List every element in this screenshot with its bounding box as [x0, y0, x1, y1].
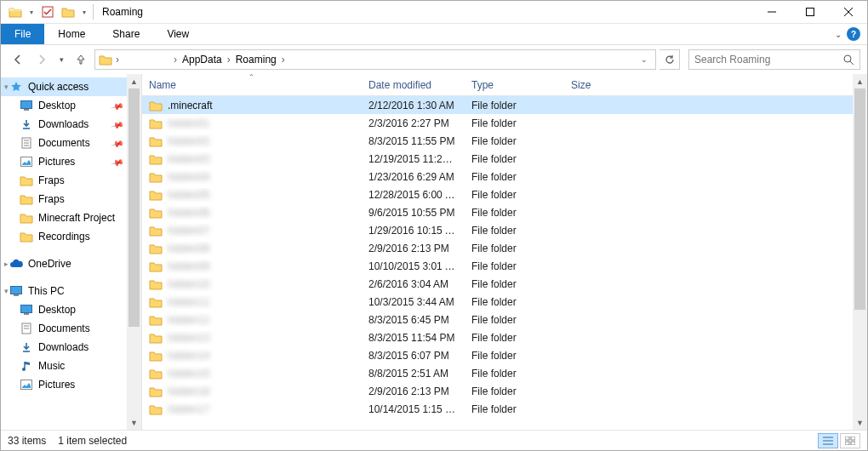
column-name[interactable]: ⌃ Name [142, 74, 362, 95]
table-row[interactable]: hidden148/3/2015 6:07 PMFile folder [142, 346, 853, 364]
up-button[interactable] [71, 49, 91, 70]
chevron-right-icon[interactable]: › [114, 54, 121, 66]
table-row[interactable]: hidden102/6/2016 3:04 AMFile folder [142, 275, 853, 293]
back-button[interactable] [8, 49, 28, 70]
scroll-down-icon[interactable]: ▼ [127, 415, 141, 430]
sidebar-pc-downloads[interactable]: Downloads [1, 338, 128, 357]
search-placeholder: Search Roaming [694, 54, 770, 66]
sidebar-quick-access[interactable]: ▾ Quick access [1, 77, 128, 96]
file-name: hidden07 [168, 225, 209, 237]
new-folder-icon[interactable] [59, 3, 77, 21]
sidebar-this-pc[interactable]: ▾ This PC [1, 282, 128, 300]
file-date: 8/3/2015 6:07 PM [362, 350, 465, 362]
file-name: .minecraft [168, 100, 213, 111]
table-row[interactable]: hidden128/3/2015 6:45 PMFile folder [142, 311, 853, 328]
file-date: 10/14/2015 1:15 PM [362, 403, 465, 415]
search-input[interactable]: Search Roaming [688, 49, 860, 70]
sidebar-recordings[interactable]: Recordings [1, 227, 128, 246]
scroll-up-icon[interactable]: ▲ [127, 74, 141, 88]
address-dropdown-icon[interactable]: ⌄ [635, 50, 654, 69]
table-row[interactable]: hidden028/3/2015 11:55 PMFile folder [142, 132, 853, 150]
file-date: 2/12/2016 1:30 AM [362, 100, 465, 111]
table-row[interactable]: hidden071/29/2016 10:15 AMFile folder [142, 221, 853, 239]
table-row[interactable]: hidden138/3/2015 11:54 PMFile folder [142, 328, 853, 346]
sidebar-desktop[interactable]: Desktop 📌 [1, 96, 128, 115]
sidebar-minecraft-project[interactable]: Minecraft Project [1, 208, 128, 227]
properties-icon[interactable] [38, 3, 57, 21]
scrollbar-track[interactable] [853, 88, 867, 415]
sidebar-scrollbar[interactable]: ▲ ▼ [127, 74, 141, 430]
forward-button[interactable] [31, 49, 52, 70]
sidebar-fraps-2[interactable]: Fraps [1, 190, 128, 208]
thumbnails-view-button[interactable] [840, 433, 860, 448]
details-view-button[interactable] [818, 433, 838, 448]
table-row[interactable]: hidden162/9/2016 2:13 PMFile folder [142, 382, 853, 400]
close-button[interactable] [829, 1, 867, 24]
recent-locations-button[interactable]: ▾ [55, 49, 67, 70]
tab-home[interactable]: Home [44, 24, 99, 44]
table-row[interactable]: hidden0312/19/2015 11:27 …File folder [142, 150, 853, 168]
table-row[interactable]: hidden0910/10/2015 3:01 AMFile folder [142, 257, 853, 275]
column-label: Size [571, 79, 591, 91]
table-row[interactable]: hidden041/23/2016 6:29 AMFile folder [142, 168, 853, 186]
maximize-button[interactable] [791, 1, 829, 24]
scrollbar-thumb[interactable] [128, 88, 140, 327]
sidebar-pc-music[interactable]: Music [1, 357, 128, 375]
navigation-row: ▾ › › AppData › Roaming › ⌄ Search Roami… [1, 45, 867, 74]
scrollbar-track[interactable] [127, 88, 141, 415]
table-row[interactable]: hidden158/8/2015 2:51 AMFile folder [142, 364, 853, 382]
table-row[interactable]: hidden082/9/2016 2:13 PMFile folder [142, 239, 853, 257]
sidebar-pictures[interactable]: Pictures 📌 [1, 152, 128, 171]
address-bar[interactable]: › › AppData › Roaming › ⌄ [94, 49, 656, 70]
scroll-up-icon[interactable]: ▲ [853, 74, 867, 88]
file-date: 1/29/2016 10:15 AM [362, 225, 465, 237]
sidebar-pc-desktop[interactable]: Desktop [1, 300, 128, 319]
minimize-button[interactable] [752, 1, 791, 24]
tab-view[interactable]: View [153, 24, 203, 44]
qat-customize-icon[interactable]: ▾ [79, 3, 89, 21]
breadcrumb-roaming[interactable]: Roaming [232, 50, 280, 69]
column-type[interactable]: Type [465, 74, 564, 95]
scroll-down-icon[interactable]: ▼ [853, 415, 867, 430]
file-name: hidden05 [168, 189, 209, 201]
chevron-right-icon[interactable]: › [226, 54, 232, 66]
column-date[interactable]: Date modified [362, 74, 465, 95]
sidebar-pc-documents[interactable]: Documents [1, 319, 128, 338]
chevron-down-icon[interactable]: ▾ [1, 287, 11, 295]
qat-dropdown-icon[interactable]: ▾ [26, 3, 37, 21]
scrollbar-thumb[interactable] [854, 88, 865, 310]
tab-share[interactable]: Share [99, 24, 153, 44]
column-size[interactable]: Size [564, 74, 631, 95]
documents-icon [20, 136, 33, 150]
column-label: Date modified [368, 79, 431, 91]
sidebar-item-label: Fraps [38, 174, 65, 186]
content-scrollbar[interactable]: ▲ ▼ [853, 74, 867, 430]
table-row[interactable]: hidden069/6/2015 10:55 PMFile folder [142, 203, 853, 221]
sidebar-item-label: Pictures [38, 156, 75, 168]
help-icon[interactable]: ? [847, 27, 860, 41]
file-name: hidden10 [168, 278, 209, 290]
table-row[interactable]: .minecraft2/12/2016 1:30 AMFile folder [142, 96, 853, 114]
chevron-right-icon[interactable]: › [172, 54, 179, 66]
chevron-down-icon[interactable]: ▾ [1, 83, 11, 91]
table-row[interactable]: hidden1110/3/2015 3:44 AMFile folder [142, 293, 853, 311]
quick-access-toolbar: ▾ ▾ [1, 3, 89, 21]
sidebar-fraps[interactable]: Fraps [1, 171, 128, 190]
chevron-right-icon[interactable]: › [280, 54, 287, 66]
table-row[interactable]: hidden012/3/2016 2:27 PMFile folder [142, 114, 853, 132]
table-row[interactable]: hidden1710/14/2015 1:15 PMFile folder [142, 400, 853, 418]
refresh-button[interactable] [660, 49, 680, 70]
tab-file[interactable]: File [1, 24, 44, 44]
breadcrumb-user[interactable] [121, 50, 172, 69]
table-row[interactable]: hidden0512/28/2015 6:00 AMFile folder [142, 186, 853, 203]
sidebar-onedrive[interactable]: ▸ OneDrive [1, 254, 128, 273]
status-bar: 33 items 1 item selected [1, 430, 867, 450]
file-name: hidden02 [168, 135, 209, 147]
sidebar-downloads[interactable]: Downloads 📌 [1, 115, 128, 134]
downloads-icon [20, 117, 33, 131]
chevron-right-icon[interactable]: ▸ [1, 260, 11, 268]
sidebar-pc-pictures[interactable]: Pictures [1, 375, 128, 394]
breadcrumb-appdata[interactable]: AppData [179, 50, 226, 69]
sidebar-documents[interactable]: Documents 📌 [1, 134, 128, 152]
ribbon-expand-icon[interactable]: ⌄ [835, 30, 842, 39]
